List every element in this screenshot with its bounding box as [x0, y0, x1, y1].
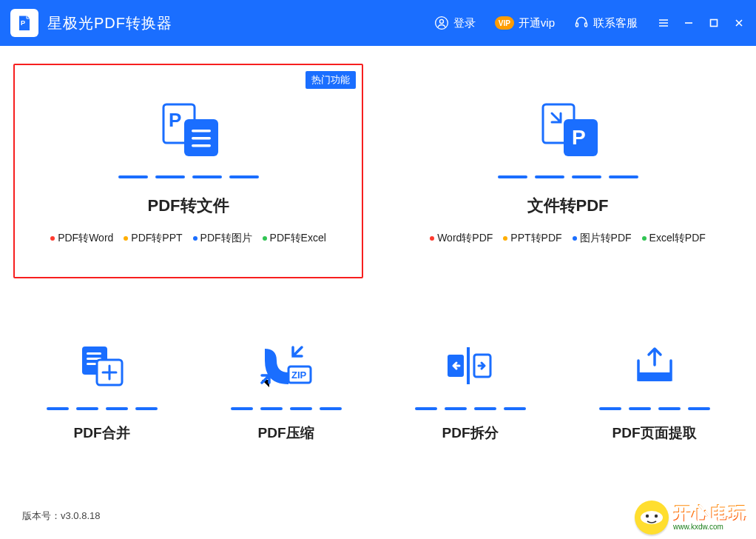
version-label: 版本号：v3.0.8.18 [22, 509, 101, 523]
pdf-to-file-icon: P [156, 97, 221, 164]
divider [498, 175, 638, 178]
card-title: PDF页面提取 [612, 424, 697, 443]
card-subs: Word转PDF PPT转PDF 图片转PDF Excel转PDF [430, 232, 706, 245]
card-title: PDF拆分 [442, 424, 499, 443]
title-bar: PPDF 星极光PDF转换器 登录 VIP 开通vip 联系客服 [0, 0, 756, 46]
support-label: 联系客服 [593, 16, 638, 30]
minimize-button[interactable] [682, 16, 695, 30]
maximize-button[interactable] [707, 16, 720, 30]
svg-point-3 [439, 19, 443, 23]
svg-rect-26 [638, 372, 671, 381]
svg-text:P: P [169, 109, 181, 131]
svg-point-28 [646, 515, 649, 518]
divider [231, 407, 342, 410]
watermark-url: www.kxdw.com [673, 523, 747, 531]
card-pdf-extract[interactable]: PDF页面提取 [566, 327, 743, 443]
login-button[interactable]: 登录 [434, 16, 476, 30]
gamepad-icon [635, 500, 669, 535]
card-subs: PDF转Word PDF转PPT PDF转图片 PDF转Excel [50, 232, 326, 245]
card-pdf-compress[interactable]: ZIP PDF压缩 [198, 327, 374, 443]
svg-text:ZIP: ZIP [291, 369, 307, 381]
card-title: 文件转PDF [527, 195, 609, 217]
headset-icon [574, 16, 589, 30]
watermark-cn: 开心电玩 [673, 504, 747, 522]
compress-icon: ZIP [260, 341, 312, 391]
vip-badge-icon: VIP [495, 16, 514, 30]
svg-rect-23 [467, 347, 470, 384]
svg-text:P: P [21, 19, 25, 27]
extract-icon [631, 341, 678, 391]
card-pdf-split[interactable]: PDF拆分 [382, 327, 558, 443]
divider [47, 407, 158, 410]
divider [415, 407, 526, 410]
svg-rect-10 [192, 130, 211, 133]
menu-button[interactable] [657, 16, 670, 30]
card-title: PDF压缩 [258, 424, 314, 443]
svg-text:P: P [572, 126, 586, 149]
hot-badge: 热门功能 [306, 71, 356, 89]
user-icon [434, 16, 449, 30]
vip-button[interactable]: VIP 开通vip [495, 16, 555, 30]
svg-rect-12 [192, 144, 211, 147]
app-title: 星极光PDF转换器 [47, 13, 172, 33]
svg-text:PDF: PDF [19, 27, 27, 31]
divider [118, 175, 259, 178]
login-label: 登录 [453, 16, 476, 30]
card-pdf-to-file[interactable]: 热门功能 P PDF转文件 PDF转Word PDF转PPT PDF转图片 PD… [13, 64, 363, 278]
card-pdf-merge[interactable]: PDF合并 [13, 327, 190, 443]
close-button[interactable] [732, 16, 746, 30]
vip-label: 开通vip [519, 16, 555, 30]
split-icon [445, 341, 496, 391]
svg-rect-11 [192, 137, 211, 140]
card-title: PDF转文件 [148, 195, 229, 217]
svg-rect-6 [711, 20, 718, 27]
site-watermark: 开心电玩 www.kxdw.com [635, 500, 747, 535]
support-button[interactable]: 联系客服 [574, 16, 638, 30]
divider [599, 407, 710, 410]
merge-icon [78, 341, 126, 391]
svg-point-29 [655, 515, 658, 518]
card-title: PDF合并 [74, 424, 130, 443]
card-file-to-pdf[interactable]: P 文件转PDF Word转PDF PPT转PDF 图片转PDF Excel转P… [393, 64, 743, 278]
file-to-pdf-icon: P [536, 97, 601, 164]
svg-rect-17 [87, 352, 101, 355]
app-logo-icon: PPDF [10, 9, 38, 37]
